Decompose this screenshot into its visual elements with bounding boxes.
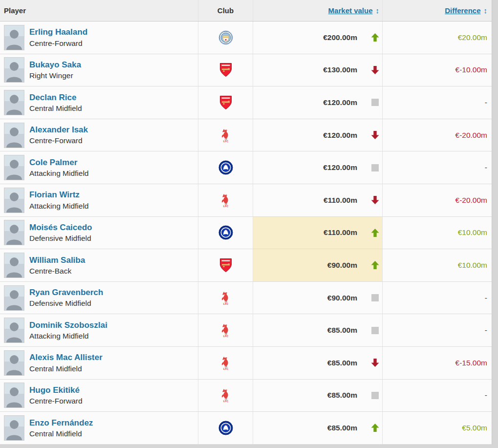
player-position: Attacking Midfield — [29, 332, 108, 341]
player-cell: Dominik Szoboszlai Attacking Midfield — [0, 314, 198, 346]
player-photo[interactable] — [4, 350, 24, 376]
club-badge-liverpool[interactable]: LFC — [220, 128, 231, 143]
table-row: Enzo Fernández Central Midfield €85.00m … — [0, 412, 492, 445]
player-name-link[interactable]: Hugo Ekitiké — [29, 385, 83, 395]
player-position: Centre-Forward — [29, 397, 83, 406]
player-silhouette-icon — [4, 220, 24, 245]
player-name-link[interactable]: Alexis Mac Allister — [29, 352, 103, 363]
player-cell: Florian Wirtz Attacking Midfield — [0, 184, 198, 216]
player-silhouette-icon — [4, 253, 24, 277]
player-photo[interactable] — [4, 415, 24, 441]
difference-sort-link[interactable]: Difference — [445, 6, 480, 15]
difference-value: €10.00m — [458, 261, 487, 270]
player-photo[interactable] — [4, 90, 24, 115]
column-header-difference: Difference ↕ — [382, 0, 492, 21]
player-silhouette-icon — [4, 383, 24, 407]
player-name-link[interactable]: Ryan Gravenberch — [29, 287, 103, 298]
market-value: €90.00m — [327, 261, 357, 270]
player-photo[interactable] — [4, 285, 24, 311]
club-badge-arsenal[interactable] — [219, 63, 232, 77]
club-badge-liverpool[interactable]: LFC — [220, 291, 231, 305]
market-value: €85.00m — [327, 326, 357, 335]
player-silhouette-icon — [4, 416, 24, 440]
player-cell: William Saliba Centre-Back — [0, 249, 198, 281]
player-cell: Hugo Ekitiké Centre-Forward — [0, 380, 198, 412]
market-value-cell: €110.00m — [253, 217, 382, 249]
difference-cell: €5.00m — [382, 412, 492, 444]
market-value: €85.00m — [327, 424, 357, 432]
player-photo[interactable] — [4, 123, 24, 148]
player-photo[interactable] — [4, 220, 24, 245]
trend-up-arrow-icon — [370, 261, 380, 270]
player-cell: Erling Haaland Centre-Forward — [0, 21, 198, 54]
player-name-link[interactable]: Dominik Szoboszlai — [29, 320, 108, 330]
player-silhouette-icon — [4, 351, 24, 375]
difference-cell: €-15.00m — [382, 347, 492, 379]
difference-value: - — [485, 163, 487, 172]
player-cell: Enzo Fernández Central Midfield — [0, 412, 198, 444]
player-cell: Declan Rice Central Midfield — [0, 86, 198, 119]
player-photo[interactable] — [4, 318, 24, 343]
club-cell — [198, 412, 253, 444]
player-name-link[interactable]: Erling Haaland — [29, 27, 87, 37]
sort-arrows-icon[interactable]: ↕ — [376, 6, 380, 15]
club-cell: LFC — [198, 119, 253, 151]
svg-text:LFC: LFC — [223, 140, 228, 143]
column-header-club: Club — [198, 0, 253, 21]
club-badge-chelsea[interactable] — [218, 421, 233, 435]
player-photo[interactable] — [4, 188, 24, 213]
player-silhouette-icon — [4, 188, 24, 213]
player-photo[interactable] — [4, 253, 24, 278]
table-row: Dominik Szoboszlai Attacking Midfield LF… — [0, 314, 492, 347]
player-name-link[interactable]: Bukayo Saka — [29, 60, 81, 70]
player-cell: Alexander Isak Centre-Forward — [0, 119, 198, 151]
player-name-link[interactable]: William Saliba — [29, 255, 85, 265]
club-cell — [198, 217, 253, 249]
difference-cell: €10.00m — [382, 249, 492, 281]
club-cell: LFC — [198, 380, 253, 412]
club-badge-man-city[interactable] — [218, 30, 233, 45]
player-position: Centre-Back — [29, 267, 85, 276]
player-position: Central Midfield — [29, 104, 82, 113]
player-photo[interactable] — [4, 383, 24, 408]
player-name-link[interactable]: Florian Wirtz — [29, 190, 88, 200]
difference-cell: €20.00m — [382, 21, 492, 54]
player-photo[interactable] — [4, 155, 24, 180]
club-badge-chelsea[interactable] — [218, 160, 233, 175]
player-silhouette-icon — [4, 90, 24, 115]
market-value: €120.00m — [323, 163, 357, 172]
club-cell — [198, 249, 253, 281]
club-badge-liverpool[interactable]: LFC — [220, 193, 231, 208]
market-value-sort-link[interactable]: Market value — [328, 6, 373, 15]
difference-value: - — [485, 326, 487, 335]
player-silhouette-icon — [4, 123, 24, 148]
market-value: €85.00m — [327, 391, 357, 400]
player-name-link[interactable]: Cole Palmer — [29, 157, 88, 168]
difference-cell: - — [382, 380, 492, 412]
club-badge-arsenal[interactable] — [219, 258, 232, 273]
player-name-link[interactable]: Enzo Fernández — [29, 418, 93, 428]
player-cell: Cole Palmer Attacking Midfield — [0, 151, 198, 184]
player-name-link[interactable]: Alexander Isak — [29, 125, 88, 135]
player-position: Central Midfield — [29, 429, 93, 439]
player-cell: Moisés Caicedo Defensive Midfield — [0, 217, 198, 249]
player-photo[interactable] — [4, 57, 24, 83]
sort-arrows-icon[interactable]: ↕ — [484, 6, 488, 15]
difference-value: €5.00m — [462, 424, 487, 432]
player-silhouette-icon — [4, 58, 24, 82]
player-name-link[interactable]: Moisés Caicedo — [29, 222, 92, 233]
player-name-link[interactable]: Declan Rice — [29, 92, 82, 103]
trend-down-arrow-icon — [370, 65, 380, 74]
player-photo[interactable] — [4, 25, 24, 50]
club-badge-liverpool[interactable]: LFC — [220, 323, 231, 338]
difference-cell: €-10.00m — [382, 54, 492, 86]
club-badge-chelsea[interactable] — [218, 225, 233, 240]
svg-text:LFC: LFC — [223, 367, 228, 370]
club-badge-liverpool[interactable]: LFC — [220, 356, 231, 370]
table-row: Florian Wirtz Attacking Midfield LFC €11… — [0, 184, 492, 217]
club-badge-arsenal[interactable] — [219, 95, 232, 110]
market-value-cell: €200.00m — [253, 21, 382, 54]
player-position: Attacking Midfield — [29, 202, 88, 211]
club-badge-liverpool[interactable]: LFC — [220, 388, 231, 403]
trend-unchanged-icon — [370, 163, 380, 172]
